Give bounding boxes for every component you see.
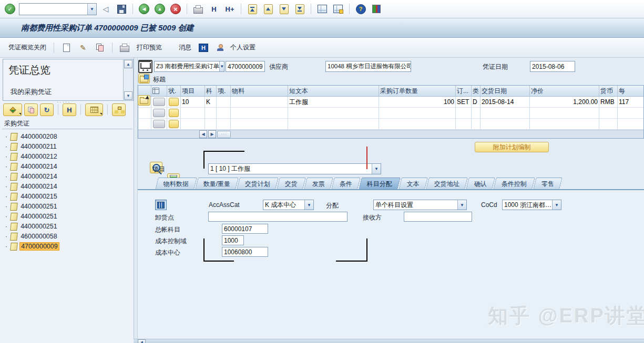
header-section-button[interactable] (138, 74, 150, 84)
personal-settings-button[interactable]: 个人设置 (228, 41, 258, 54)
copy-button[interactable] (24, 103, 38, 116)
distribution-combo[interactable]: 单个科目设置 (373, 200, 467, 210)
tab-invoice[interactable]: 发票 (304, 178, 333, 190)
tab-quantity-weight[interactable]: 数量/重量 (195, 178, 239, 190)
row-select-chip[interactable] (153, 98, 165, 106)
scroll-left-icon[interactable] (199, 130, 207, 138)
new-session-button[interactable] (315, 2, 329, 16)
panel-splitter[interactable]: ··· (134, 58, 138, 343)
save-button[interactable] (115, 2, 128, 16)
enter-button[interactable] (3, 2, 17, 16)
sidebar-find-button[interactable]: H (63, 103, 76, 116)
shopping-cart-button[interactable] (138, 60, 152, 73)
tab-texts[interactable]: 文本 (398, 178, 428, 190)
annotation-top-right (366, 147, 367, 169)
tab-delivery-schedule[interactable]: 交货计划 (237, 178, 279, 190)
tab-condition-control[interactable]: 条件控制 (493, 178, 535, 190)
vendor-field[interactable]: 10048 桐乡市日进服饰有限公司 (325, 61, 411, 72)
document-item[interactable]: 4400000251 (5, 202, 58, 211)
document-item[interactable]: 4600000058 (5, 232, 58, 241)
open-folder-icon (140, 98, 148, 104)
doc-overview-close-button[interactable]: 凭证概览关闭 (6, 41, 48, 54)
create-document-button[interactable] (59, 41, 73, 55)
back-button[interactable] (137, 2, 151, 16)
additional-planning-button[interactable]: 附加计划编制 (475, 142, 549, 152)
cost-center-field[interactable]: 10060800 (222, 247, 268, 257)
create-shortcut-button[interactable] (331, 2, 345, 16)
document-item[interactable]: 4400000214 (5, 182, 58, 191)
expand-items-button[interactable] (138, 95, 150, 106)
row-select-chip[interactable] (153, 109, 165, 117)
tab-retail[interactable]: 零售 (533, 178, 563, 190)
select-all-cell[interactable] (151, 86, 167, 96)
display-change-button[interactable] (76, 41, 90, 55)
hierarchy-button[interactable] (112, 103, 126, 116)
cancel-button[interactable] (169, 2, 182, 16)
document-icon (10, 173, 18, 181)
order-number-field[interactable]: 4700000009 (226, 61, 265, 72)
tab-material-data[interactable]: 物料数据 (155, 178, 197, 190)
acc-ass-cat-combo[interactable]: K 成本中心 (263, 200, 314, 210)
print-preview-icon-button[interactable] (118, 41, 131, 55)
row-select-chip[interactable] (153, 120, 165, 128)
help-button[interactable] (354, 2, 367, 16)
doc-date-field[interactable]: 2015-08-06 (530, 61, 575, 72)
row-status-chip[interactable] (169, 120, 179, 128)
refresh-button[interactable] (40, 103, 54, 116)
menu-back-button[interactable] (99, 2, 113, 16)
document-item[interactable]: 4400000212 (5, 152, 58, 161)
scroll-up-icon[interactable] (124, 60, 132, 68)
first-page-button[interactable] (246, 2, 259, 16)
document-item[interactable]: 4400000215 (5, 192, 58, 201)
overview-subheading: 我的采购凭证 (11, 87, 52, 97)
previous-page-button[interactable] (261, 2, 275, 16)
document-item[interactable]: 4400000208 (5, 132, 58, 141)
item-selector-combo[interactable]: 1 [ 10 ] 工作服 (208, 163, 381, 174)
table-view-button[interactable] (85, 103, 103, 116)
exit-button[interactable] (153, 2, 167, 16)
row-status-chip[interactable] (169, 98, 179, 106)
document-item[interactable]: 4400000251 (5, 212, 58, 221)
document-item[interactable]: 4400000214 (5, 162, 58, 171)
refresh-icon (44, 106, 50, 114)
grid-view-icon (157, 202, 165, 209)
find-button[interactable]: H (207, 2, 221, 16)
document-item-selected[interactable]: 4700000009 (5, 242, 59, 251)
next-page-button[interactable] (277, 2, 291, 16)
print-button[interactable] (191, 2, 205, 16)
single-account-view-button[interactable] (155, 200, 167, 210)
recipient-field[interactable] (404, 212, 472, 222)
scroll-down-icon[interactable] (124, 91, 132, 100)
order-type-combo[interactable]: Z3 南都费用性采购订单 (154, 61, 224, 72)
row-status-chip[interactable] (169, 109, 179, 117)
tab-confirmations[interactable]: 确认 (466, 178, 495, 190)
controlling-area-field[interactable]: 1000 (222, 235, 244, 245)
personal-settings-icon-button[interactable] (213, 41, 227, 55)
tab-delivery[interactable]: 交货 (277, 178, 306, 190)
scroll-left-icon[interactable] (138, 339, 146, 343)
tab-account-assignment[interactable]: 科目分配 (359, 178, 401, 190)
table-config-button[interactable] (217, 131, 231, 138)
unloading-point-field[interactable] (208, 212, 347, 222)
table-hscrollbar[interactable] (138, 130, 643, 138)
sidebar-scrollbar[interactable] (123, 60, 132, 100)
last-page-button[interactable] (293, 2, 306, 16)
bottom-scrollbar[interactable] (134, 339, 644, 343)
command-field[interactable] (19, 3, 97, 15)
copy-document-button[interactable] (93, 41, 107, 55)
print-preview-button[interactable]: 打印预览 (135, 41, 164, 54)
layout-button[interactable] (3, 103, 22, 116)
gl-account-field[interactable]: 60000107 (222, 224, 268, 234)
cocd-combo[interactable]: 1000 浙江南都… (502, 200, 561, 210)
find-next-button[interactable]: H+ (223, 2, 237, 16)
messages-button[interactable]: 消息 (177, 41, 193, 54)
tab-conditions[interactable]: 条件 (331, 178, 361, 190)
tab-delivery-address[interactable]: 交货地址 (426, 178, 468, 190)
document-item[interactable]: 4400000251 (5, 222, 58, 231)
scroll-right-icon[interactable] (208, 130, 216, 138)
document-item[interactable]: 4400000211 (5, 142, 58, 151)
column-header: 物料 (231, 86, 288, 96)
customize-layout-button[interactable] (370, 2, 383, 16)
document-item[interactable]: 4400000214 (5, 172, 58, 181)
help-doc-button[interactable] (197, 41, 210, 55)
